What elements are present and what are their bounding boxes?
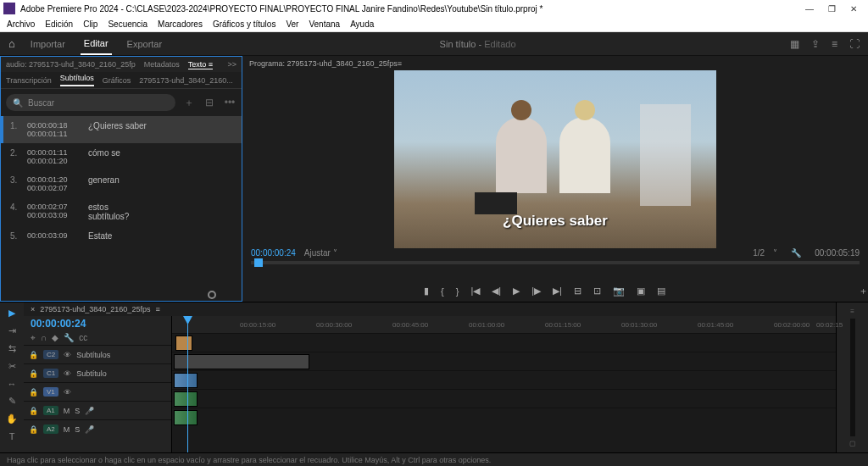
menu-secuencia[interactable]: Secuencia [108, 19, 147, 29]
program-monitor[interactable]: ¿Quieres saber [242, 70, 868, 248]
clip-audio-a1[interactable] [174, 391, 198, 407]
menu-clip[interactable]: Clip [83, 19, 97, 29]
scroll-indicator[interactable] [1, 289, 242, 301]
minimize-button[interactable]: — [798, 4, 821, 14]
close-button[interactable]: ✕ [843, 4, 865, 14]
voice-icon[interactable]: 🎤 [85, 407, 94, 415]
play-icon[interactable]: ▶ [513, 286, 520, 297]
pen-tool-icon[interactable]: ✎ [8, 396, 16, 407]
go-to-in-icon[interactable]: |◀ [470, 286, 480, 297]
mark-out-icon[interactable]: } [456, 286, 459, 297]
timeline-tracks-area[interactable]: 00:00:15:00 00:00:30:00 00:00:45:00 00:0… [172, 316, 836, 452]
step-forward-icon[interactable]: |▶ [531, 286, 541, 297]
track-select-tool-icon[interactable]: ⇥ [8, 325, 16, 336]
maximize-button[interactable]: ❐ [821, 4, 843, 14]
export-frame-icon[interactable]: 📷 [613, 286, 625, 297]
meter-expand-icon[interactable]: ▢ [849, 440, 856, 447]
add-caption-icon[interactable]: ＋ [182, 96, 196, 110]
more-options-icon[interactable]: ••• [223, 97, 236, 108]
track-c2[interactable]: 🔒C2👁Subtítulos [24, 345, 171, 363]
tab-exportar[interactable]: Exportar [124, 34, 166, 54]
add-marker-icon[interactable]: ▮ [424, 286, 429, 297]
program-timecode[interactable]: 00:00:00:24 [251, 248, 296, 258]
tab-transcripcion[interactable]: Transcripción [6, 76, 52, 85]
timeline-timecode[interactable]: 00:00:00:24 [24, 316, 171, 331]
lift-icon[interactable]: ⊟ [574, 286, 581, 297]
selection-tool-icon[interactable]: ▶ [8, 308, 15, 319]
track-v1[interactable]: 🔒V1👁 [24, 382, 171, 401]
marker-tool-icon[interactable]: ◆ [52, 333, 58, 343]
program-scrubber[interactable] [251, 261, 860, 264]
extract-icon[interactable]: ⊡ [593, 286, 601, 297]
lock-icon[interactable]: 🔒 [29, 425, 38, 434]
mute-icon[interactable]: M [64, 407, 70, 415]
eye-icon[interactable]: 👁 [64, 351, 71, 359]
share-icon[interactable]: ⇪ [811, 38, 820, 50]
solo-icon[interactable]: S [75, 425, 80, 434]
workspace-icon[interactable]: ≡ [832, 38, 837, 50]
tab-editar[interactable]: Editar [81, 33, 112, 55]
track-c1[interactable]: 🔒C1👁Subtítulo [24, 363, 171, 382]
hand-tool-icon[interactable]: ✋ [6, 413, 18, 424]
proxy-icon[interactable]: ▤ [657, 286, 665, 297]
comparison-icon[interactable]: ▣ [637, 286, 645, 297]
subtitle-item-5[interactable]: 5. 00:00:03:09 Estate [1, 226, 242, 246]
mute-icon[interactable]: M [64, 425, 70, 434]
clip-subtitle-c2[interactable] [175, 336, 192, 351]
sequence-tab[interactable]: 2795173-uhd_3840_2160_25fps [40, 305, 150, 313]
menu-ayuda[interactable]: Ayuda [350, 19, 374, 29]
playhead[interactable] [187, 316, 188, 452]
quick-export-icon[interactable]: ▦ [790, 38, 799, 50]
clip-video[interactable] [174, 373, 198, 388]
snap-icon[interactable]: ⌖ [31, 333, 36, 343]
search-input[interactable]: 🔍 Buscar [6, 94, 175, 111]
eye-icon[interactable]: 👁 [64, 388, 71, 397]
lock-icon[interactable]: 🔒 [29, 351, 38, 359]
meter-menu-icon[interactable]: ≡ [850, 308, 854, 315]
go-to-out-icon[interactable]: ▶| [553, 286, 562, 297]
zoom-level[interactable]: 1/2 [753, 248, 765, 258]
solo-icon[interactable]: S [75, 407, 80, 415]
razor-tool-icon[interactable]: ✂ [8, 361, 16, 372]
fullscreen-icon[interactable]: ⛶ [849, 38, 860, 50]
menu-edicion[interactable]: Edición [45, 19, 73, 29]
split-caption-icon[interactable]: ⊟ [203, 97, 216, 108]
time-ruler[interactable]: 00:00:15:00 00:00:30:00 00:00:45:00 00:0… [172, 316, 836, 333]
menu-archivo[interactable]: Archivo [7, 19, 35, 29]
subtitle-item-3[interactable]: 3. 00:00:01:2000:00:02:07 generan [1, 170, 242, 197]
tab-subtitulos[interactable]: Subtítulos [60, 74, 94, 86]
source-texto-tab[interactable]: Texto ≡ [188, 60, 213, 69]
tab-importar[interactable]: Importar [27, 34, 69, 54]
tab-sequence-ref[interactable]: 2795173-uhd_3840_2160... [139, 76, 233, 85]
step-back-icon[interactable]: ◀| [492, 286, 501, 297]
linked-selection-icon[interactable]: ∩ [41, 333, 47, 343]
lock-icon[interactable]: 🔒 [29, 388, 38, 397]
clip-audio-a2[interactable] [174, 410, 198, 425]
clip-subtitle-c1[interactable] [174, 354, 309, 369]
voice-icon[interactable]: 🎤 [85, 425, 94, 434]
lock-icon[interactable]: 🔒 [29, 407, 38, 415]
settings-wrench-icon[interactable]: 🔧 [64, 333, 74, 343]
tab-graficos[interactable]: Gráficos [103, 76, 131, 85]
ripple-tool-icon[interactable]: ⇆ [8, 343, 16, 354]
slip-tool-icon[interactable]: ↔ [8, 379, 17, 389]
fit-dropdown[interactable]: Ajustar ˅ [304, 248, 337, 258]
lock-icon[interactable]: 🔒 [29, 369, 38, 378]
menu-ver[interactable]: Ver [286, 19, 298, 29]
source-meta-tab[interactable]: Metadatos [144, 60, 180, 69]
menu-marcadores[interactable]: Marcadores [158, 19, 203, 29]
subtitle-item-4[interactable]: 4. 00:00:02:0700:00:03:09 estossubtítulo… [1, 197, 242, 226]
type-tool-icon[interactable]: T [9, 431, 15, 441]
subtitle-item-1[interactable]: 1. 00:00:00:1800:00:01:11 ¿Quieres saber [1, 116, 242, 143]
settings-icon[interactable]: 🔧 [791, 248, 801, 258]
track-a1[interactable]: 🔒A1MS🎤 [24, 401, 171, 419]
mark-in-icon[interactable]: { [441, 286, 444, 297]
menu-graficos[interactable]: Gráficos y títulos [213, 19, 275, 29]
button-editor-icon[interactable]: ＋ [859, 285, 868, 297]
subtitle-item-2[interactable]: 2. 00:00:01:1100:00:01:20 cómo se [1, 143, 242, 170]
source-audio-tab[interactable]: audio: 2795173-uhd_3840_2160_25fp [6, 60, 136, 69]
menu-ventana[interactable]: Ventana [309, 19, 340, 29]
track-a2[interactable]: 🔒A2MS🎤 [24, 419, 171, 438]
caption-track-icon[interactable]: cc [79, 333, 87, 343]
source-overflow[interactable]: >> [227, 60, 236, 69]
